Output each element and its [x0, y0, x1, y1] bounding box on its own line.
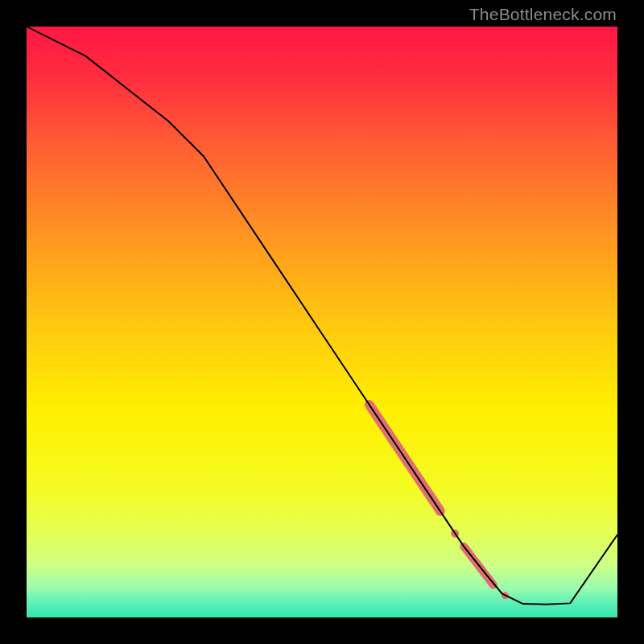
plot-area [27, 27, 617, 617]
chart-frame: TheBottleneck.com [0, 0, 644, 644]
chart-svg [27, 27, 617, 617]
watermark-text: TheBottleneck.com [469, 5, 617, 24]
gradient-background [27, 27, 617, 617]
